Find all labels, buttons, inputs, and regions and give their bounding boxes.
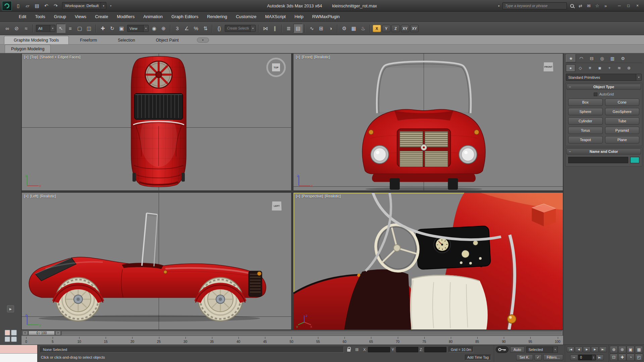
communication-center-button[interactable]: ✉ [585, 2, 593, 9]
mirror-button[interactable]: ⋈ [261, 24, 270, 33]
object-name-input[interactable] [568, 157, 628, 163]
snaps-toggle-button[interactable]: 3 [173, 24, 182, 33]
play-animation-button[interactable]: ▶ [583, 347, 591, 352]
previous-frame-button[interactable]: ◀ [575, 347, 583, 352]
set-key-button[interactable]: Set K. [516, 354, 533, 360]
hierarchy-tab[interactable]: ⊟ [587, 54, 597, 62]
display-tab[interactable]: ▥ [607, 54, 618, 62]
spacewarps-category-button[interactable]: ≋ [614, 64, 624, 72]
viewport-shading-button[interactable]: [Realistic] [325, 194, 341, 198]
viewport-view-button[interactable]: [Front] [302, 55, 313, 59]
geometry-category-button[interactable]: ● [566, 64, 575, 72]
time-slider-handle[interactable]: 0 / 100 [29, 331, 55, 335]
seat[interactable] [411, 275, 488, 329]
bind-to-space-warp-button[interactable]: ≈ [21, 24, 31, 33]
select-by-name-button[interactable]: ≡ [66, 24, 75, 33]
ribbon-tab-freeform[interactable]: Freeform [71, 36, 107, 44]
object-type-teapot-button[interactable]: Teapot [568, 136, 603, 143]
constraint-x-button[interactable]: X [373, 25, 381, 32]
constraint-xy-flyout-button[interactable]: XY [410, 25, 419, 32]
car-model-front-view[interactable] [293, 54, 563, 190]
autogrid-checkbox[interactable] [594, 93, 597, 96]
zoom-extents-all-button[interactable]: ▦ [635, 346, 643, 353]
viewport-menu-button[interactable]: [+] [296, 55, 300, 59]
go-to-end-frame-button[interactable]: ▶| [596, 355, 604, 360]
viewcube[interactable]: LEFT [271, 201, 282, 211]
select-and-scale-button[interactable]: ▣ [117, 24, 126, 33]
angle-snap-button[interactable]: ∠ [182, 24, 191, 33]
primitive-category-dropdown[interactable]: Standard Primitives ▾ [566, 74, 642, 81]
menu-tools[interactable]: Tools [31, 12, 49, 21]
viewport-shading-button[interactable]: [Realistic] [40, 194, 56, 198]
listener-pane[interactable] [0, 354, 37, 362]
time-step-forward-button[interactable]: > [55, 331, 61, 335]
workspace-dropdown[interactable]: Workspace: Default ▾ [62, 2, 106, 9]
viewport-menu-button[interactable]: [+] [24, 194, 29, 198]
menu-edit[interactable]: Edit [15, 12, 30, 21]
object-type-geosphere-button[interactable]: GeoSphere [605, 108, 640, 115]
expand-track-button[interactable]: ▶ [7, 305, 14, 312]
graphite-ribbon-toggle-button[interactable]: ▤ [293, 24, 303, 33]
menu-maxscript[interactable]: MAXScript [261, 12, 290, 21]
current-frame-field[interactable]: 0 ▴▾ [578, 355, 596, 360]
object-type-plane-button[interactable]: Plane [605, 136, 640, 143]
dashboard[interactable] [416, 226, 491, 270]
tail-lamp[interactable] [507, 315, 516, 323]
constraint-y-button[interactable]: Y [382, 25, 390, 32]
viewport-shading-button[interactable]: [Realistic] [314, 55, 330, 59]
object-type-rollout-header[interactable]: − Object Type [567, 84, 641, 90]
object-type-cylinder-button[interactable]: Cylinder [568, 117, 603, 125]
viewcube[interactable]: FRONT [543, 62, 553, 72]
select-object-button[interactable]: ↖ [56, 24, 65, 33]
time-slider-track[interactable] [61, 331, 562, 335]
select-and-manipulate-button[interactable]: ⊕ [159, 24, 168, 33]
ribbon-tab-object-paint[interactable]: Object Paint [147, 36, 188, 44]
menu-modifiers[interactable]: Modifiers [113, 12, 139, 21]
helpers-category-button[interactable]: + [605, 64, 614, 72]
selection-lock-toggle[interactable] [346, 347, 352, 353]
minimize-button[interactable]: ─ [615, 2, 624, 9]
orbit-button[interactable]: ◔ [627, 354, 635, 361]
layer-manager-button[interactable]: ≣ [284, 24, 293, 33]
go-to-end-button[interactable]: ▶| [599, 347, 607, 352]
infocenter-search-input[interactable] [502, 2, 567, 9]
key-filters-check-button[interactable]: ✓ [535, 354, 542, 360]
selection-region-button[interactable]: ▢ [75, 24, 84, 33]
ribbon-minimize-button[interactable]: ▾ [197, 38, 209, 43]
object-type-pyramid-button[interactable]: Pyramid [605, 127, 640, 134]
next-frame-button[interactable]: ▶ [591, 347, 599, 352]
name-color-rollout-header[interactable]: − Name and Color [567, 148, 641, 155]
macro-recorder-pane[interactable] [0, 345, 37, 354]
align-button[interactable]: ∥ [270, 24, 279, 33]
constraint-xy-button[interactable]: XY [401, 25, 409, 32]
window-crossing-button[interactable]: ◫ [85, 24, 94, 33]
ribbon-tab-graphite-modeling-tools[interactable]: Graphite Modeling Tools [4, 36, 69, 44]
infocenter-more-button[interactable]: » [602, 2, 609, 9]
select-and-link-button[interactable]: ∞ [3, 24, 12, 33]
zoom-button[interactable]: ⊕ [610, 346, 618, 353]
object-type-box-button[interactable]: Box [568, 99, 603, 106]
constraint-z-button[interactable]: Z [391, 25, 400, 32]
viewcube[interactable]: TOP [266, 58, 286, 77]
viewport-menu-button[interactable]: [+] [296, 194, 300, 198]
workspace-flyout-button[interactable]: ▾ [108, 2, 113, 9]
viewport-splitter-horizontal[interactable] [22, 190, 563, 193]
use-pivot-center-button[interactable]: ◉ [150, 24, 159, 33]
viewcube-face[interactable]: TOP [272, 63, 280, 72]
select-and-move-button[interactable]: ✚ [98, 24, 107, 33]
auto-key-button[interactable]: Auto [510, 347, 525, 353]
menu-animation[interactable]: Animation [139, 12, 167, 21]
percent-snap-button[interactable]: % [192, 24, 201, 33]
y-coordinate-field[interactable] [396, 347, 418, 352]
frame-spinner[interactable]: ▴▾ [592, 355, 595, 360]
viewport-front[interactable]: [+] [Front] [Realistic] FRONT x z [293, 54, 563, 190]
key-mode-toggle-button[interactable]: ↦ [570, 355, 578, 360]
ribbon-tab-selection[interactable]: Selection [108, 36, 144, 44]
viewport-menu-button[interactable]: [+] [24, 55, 29, 59]
object-type-sphere-button[interactable]: Sphere [568, 108, 603, 115]
viewport-left[interactable]: [+] [Left] [Realistic] LEFT y z [22, 193, 291, 329]
car-model-top-view[interactable] [22, 54, 291, 190]
open-file-button[interactable]: ▱ [23, 2, 32, 10]
pan-view-button[interactable]: ✚ [618, 354, 626, 361]
edit-named-selections-button[interactable]: {} [215, 24, 224, 33]
